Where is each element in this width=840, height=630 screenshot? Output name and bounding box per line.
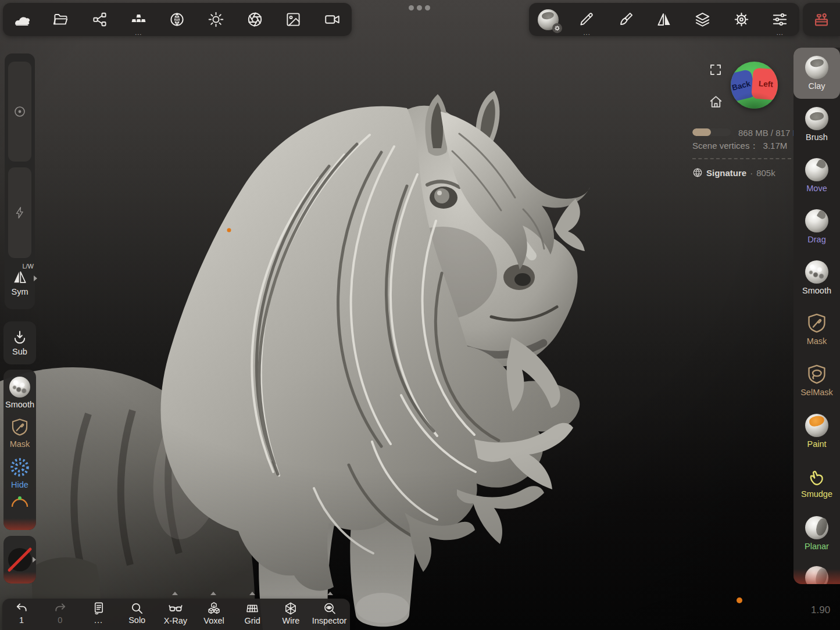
- voxel-label: Voxel: [203, 616, 224, 625]
- wire-button[interactable]: Wire: [271, 599, 310, 630]
- tool-partial-next[interactable]: [793, 559, 840, 584]
- quick-hide[interactable]: Hide: [3, 449, 36, 489]
- tool-planar[interactable]: Planar: [793, 508, 840, 559]
- glasses-icon: [169, 602, 183, 615]
- voxel-button[interactable]: Voxel: [195, 599, 233, 630]
- mask-shield-icon: [806, 312, 828, 334]
- gizmo-left-face[interactable]: Left: [751, 67, 778, 100]
- signature-row[interactable]: Signature · 805k: [692, 167, 775, 178]
- quick-tool-label: Mask: [10, 439, 30, 449]
- expand-caret[interactable]: [327, 592, 333, 595]
- interface-button[interactable]: ...: [762, 3, 799, 36]
- grid-button[interactable]: Grid: [233, 599, 271, 630]
- notebook-icon: [92, 602, 105, 615]
- alpha-none-panel[interactable]: [3, 536, 36, 584]
- smooth-sphere-icon: [9, 377, 30, 398]
- bottom-toolbar: 1 0 ... Solo X-Ray: [2, 599, 350, 630]
- brush-sphere-icon: [805, 107, 828, 130]
- tool-paint[interactable]: Paint: [793, 406, 840, 457]
- lightning-icon: [13, 206, 26, 219]
- quick-mask[interactable]: Mask: [3, 409, 36, 449]
- clay-sphere-icon: [805, 56, 828, 79]
- scene-graph-icon: [92, 12, 108, 27]
- radius-slider[interactable]: [8, 62, 31, 162]
- move-sphere-icon: [805, 158, 828, 181]
- intensity-slider[interactable]: [8, 167, 31, 258]
- tool-label: Drag: [807, 235, 825, 244]
- bake-button[interactable]: ...: [120, 3, 157, 36]
- camera-button[interactable]: [314, 3, 351, 36]
- multitask-indicator[interactable]: [409, 5, 433, 11]
- gizmo-peek-icon[interactable]: [10, 495, 30, 508]
- quick-smooth[interactable]: Smooth: [3, 370, 36, 409]
- brush-cursor-dot: [227, 228, 231, 232]
- history-notes-button[interactable]: ...: [79, 599, 117, 630]
- expand-caret[interactable]: [172, 592, 178, 595]
- sym-mode-badge: L/W: [22, 263, 34, 270]
- sun-icon: [208, 12, 224, 27]
- sym-mirror-icon: [12, 270, 27, 285]
- files-button[interactable]: [42, 3, 80, 36]
- undo-button[interactable]: 1: [2, 599, 41, 630]
- xray-button[interactable]: X-Ray: [156, 599, 195, 630]
- subdivision-button[interactable]: Sub: [3, 321, 36, 364]
- tool-clay[interactable]: Clay: [793, 48, 840, 99]
- tool-label: Move: [806, 184, 827, 193]
- dot: [409, 5, 414, 10]
- top-left-toolbar: ...: [3, 3, 352, 36]
- material-button[interactable]: [530, 3, 567, 36]
- toolbox-icon: [813, 12, 830, 28]
- inspector-button[interactable]: Inspector: [310, 599, 349, 630]
- tool-drag[interactable]: Drag: [793, 201, 840, 252]
- status-separator: [692, 158, 791, 159]
- video-camera-icon: [324, 12, 340, 27]
- planar-sphere-icon: [805, 516, 828, 539]
- orientation-gizmo[interactable]: Back Left: [731, 62, 778, 109]
- sliders-more-dots: ...: [762, 30, 799, 35]
- memory-bar: [692, 128, 731, 136]
- scene-graph-button[interactable]: [81, 3, 119, 36]
- toolbox-panel[interactable]: [803, 3, 840, 36]
- mask-shield-icon: [10, 417, 30, 437]
- matcap-library-button[interactable]: [159, 3, 196, 36]
- expand-caret[interactable]: [288, 592, 294, 595]
- sym-expand-arrow[interactable]: [34, 275, 37, 281]
- layers-icon: [695, 12, 710, 27]
- layers-button[interactable]: [684, 3, 721, 36]
- notes-more-dots: ...: [94, 615, 103, 625]
- stroke-pencil-button[interactable]: ...: [569, 3, 606, 36]
- tool-smooth[interactable]: Smooth: [793, 252, 840, 303]
- memory-bar-fill: [692, 128, 711, 136]
- tool-label: Brush: [806, 133, 828, 142]
- redo-count: 0: [58, 615, 62, 625]
- radius-icon: [13, 105, 27, 119]
- postprocess-button[interactable]: [236, 3, 273, 36]
- solo-button[interactable]: Solo: [118, 599, 156, 630]
- home-view-button[interactable]: [709, 95, 723, 109]
- background-image-button[interactable]: [275, 3, 312, 36]
- tool-label: Smooth: [802, 287, 831, 295]
- expand-caret[interactable]: [249, 592, 255, 595]
- quick-tool-label: Smooth: [5, 400, 34, 409]
- next-tool-sphere-icon: [805, 566, 828, 584]
- tool-mask[interactable]: Mask: [793, 303, 840, 355]
- redo-button[interactable]: 0: [41, 599, 79, 630]
- fullscreen-button[interactable]: [709, 63, 723, 77]
- tool-move[interactable]: Move: [793, 150, 840, 201]
- sub-label: Sub: [12, 347, 27, 356]
- paint-settings-button[interactable]: [607, 3, 644, 36]
- settings-button[interactable]: [723, 3, 760, 36]
- alpha-expand-arrow[interactable]: [33, 557, 36, 563]
- tool-label: Paint: [807, 440, 826, 449]
- tool-smudge[interactable]: Smudge: [793, 457, 840, 508]
- sub-arrow-icon: [12, 330, 27, 345]
- tool-selmask[interactable]: SelMask: [793, 355, 840, 406]
- tool-label: Mask: [807, 337, 827, 346]
- symmetry-toggle[interactable]: L/W Sym: [5, 263, 35, 296]
- expand-caret[interactable]: [210, 592, 216, 595]
- xray-label: X-Ray: [164, 616, 187, 625]
- tool-brush[interactable]: Brush: [793, 99, 840, 150]
- lighting-button[interactable]: [198, 3, 235, 36]
- app-logo-button[interactable]: [3, 3, 41, 36]
- symmetry-button[interactable]: [645, 3, 682, 36]
